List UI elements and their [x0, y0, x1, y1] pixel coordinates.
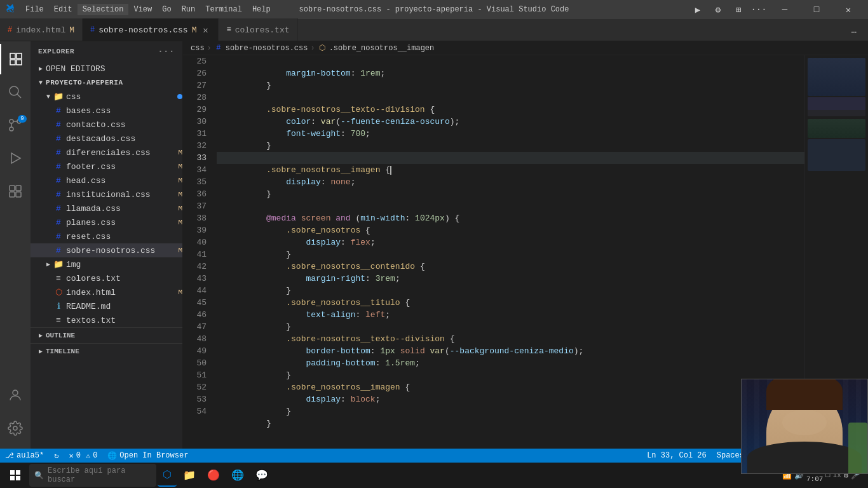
search-taskbar-label: Escribe aquí para buscar [48, 466, 151, 484]
warning-icon: ⚠ [86, 451, 90, 461]
file-label: planes.css [66, 218, 175, 227]
menu-selection[interactable]: Selection [78, 4, 129, 15]
error-icon: ✕ [69, 451, 73, 461]
more-actions[interactable]: ··· [750, 1, 768, 18]
modified-badge: M [178, 247, 182, 254]
line-num-28: 28 [186, 92, 207, 104]
line-num-46: 46 [186, 309, 207, 321]
search-taskbar-icon: 🔍 [34, 471, 44, 480]
css-folder[interactable]: ▼ 📁 css [31, 90, 182, 104]
settings-icon[interactable] [0, 413, 31, 444]
file-index-html[interactable]: ▶ ⬡ index.html M [31, 285, 182, 299]
sync-status[interactable]: ↻ [49, 449, 64, 463]
layout-button[interactable]: ⊞ [729, 1, 747, 18]
outline-header[interactable]: ▶ OUTLINE [31, 328, 182, 343]
open-editors-arrow: ▶ [36, 64, 46, 74]
file-textos-txt[interactable]: ▶ ≡ textos.txt [31, 313, 182, 327]
breadcrumb: css › # sobre-nosotros.css › ⬡ .sobre_no… [183, 41, 868, 55]
menu-edit[interactable]: Edit [49, 4, 78, 15]
extensions-icon[interactable] [0, 176, 31, 207]
tab-index-html[interactable]: # index.html M [0, 18, 83, 41]
taskbar-app-1[interactable]: 📁 [178, 464, 201, 487]
img-folder-label: img [66, 260, 182, 269]
line-num-36: 36 [186, 188, 207, 200]
css-file-icon: # [53, 203, 64, 214]
line-num-34: 34 [186, 164, 207, 176]
code-line-51: .sobre_nosotros__imagen { [217, 369, 804, 381]
debug-button[interactable]: ⚙ [709, 1, 727, 18]
svg-rect-8 [10, 192, 15, 197]
file-colores-txt[interactable]: ▶ ≡ colores.txt [31, 271, 182, 285]
git-branch-status[interactable]: ⎇ aula5* [0, 449, 49, 463]
breadcrumb-selector[interactable]: .sobre_nosotros__imagen [329, 44, 435, 53]
line-num-44: 44 [186, 285, 207, 297]
source-control-icon[interactable]: 9 [0, 110, 31, 140]
menu-bar[interactable]: File Edit Selection View Go Run Terminal… [20, 4, 276, 15]
file-head-css[interactable]: # head.css M [31, 173, 182, 187]
taskbar-app-4[interactable]: 💬 [250, 464, 273, 487]
code-line-44: .sobre_nosotros__titulo { [217, 285, 804, 297]
taskbar-vscode[interactable]: ⬡ [158, 464, 177, 487]
app2-icon: 🔴 [207, 469, 220, 482]
tab-colores-txt[interactable]: ≡ colores.txt [219, 18, 297, 41]
errors-status[interactable]: ✕ 0 ⚠ 0 [64, 449, 102, 463]
split-editor-button[interactable]: ⋯ [845, 23, 863, 41]
minimize-button[interactable]: ─ [770, 0, 799, 19]
close-button[interactable]: ✕ [834, 0, 863, 19]
status-bar: ⎇ aula5* ↻ ✕ 0 ⚠ 0 🌐 Open In Browser Ln … [0, 449, 868, 463]
tab-label: colores.txt [235, 25, 290, 35]
tab-close-button[interactable]: ✕ [200, 25, 210, 35]
file-llamada-css[interactable]: # llamada.css M [31, 201, 182, 215]
taskbar-app-3[interactable]: 🌐 [226, 464, 249, 487]
selector-icon: ⬡ [318, 44, 327, 53]
window-controls: ▶ ⚙ ⊞ ··· ─ □ ✕ [689, 0, 863, 19]
file-bases-css[interactable]: # bases.css [31, 104, 182, 118]
windows-start-button[interactable] [3, 463, 28, 488]
breadcrumb-css[interactable]: css [191, 44, 205, 53]
new-file-icon[interactable]: ··· [158, 46, 175, 57]
timeline-header[interactable]: ▶ TIMELINE [31, 344, 182, 359]
open-in-browser[interactable]: 🌐 Open In Browser [102, 449, 193, 463]
webcam-overlay [741, 379, 868, 474]
project-root[interactable]: ▼ PROYECTO-APEPERIA [31, 76, 182, 90]
explorer-icon[interactable] [0, 44, 31, 74]
code-content[interactable]: margin-bottom: 1rem; } .sobre-nosotros__… [212, 55, 804, 449]
run-debug-icon[interactable] [0, 143, 31, 173]
clock-date: 7:07 [806, 475, 823, 483]
menu-go[interactable]: Go [157, 4, 176, 15]
maximize-button[interactable]: □ [802, 0, 831, 19]
menu-run[interactable]: Run [177, 4, 201, 15]
folder-icon: 📁 [53, 92, 64, 102]
taskbar-app-2[interactable]: 🔴 [202, 464, 225, 487]
file-contacto-css[interactable]: # contacto.css [31, 118, 182, 132]
menu-help[interactable]: Help [247, 4, 276, 15]
file-planes-css[interactable]: # planes.css M [31, 215, 182, 229]
menu-terminal[interactable]: Terminal [200, 4, 247, 15]
cursor-pos-label: Ln 33, Col 26 [647, 451, 707, 460]
open-browser-label: Open In Browser [119, 451, 188, 460]
file-diferenciales-css[interactable]: # diferenciales.css M [31, 146, 182, 159]
code-line-41: .sobre_nosotros__contenido { [217, 248, 804, 261]
taskbar-search[interactable]: 🔍 Escribe aquí para buscar [29, 464, 156, 487]
html-file-icon: # [8, 25, 12, 34]
css-file-icon: # [53, 119, 64, 130]
file-reset-css[interactable]: # reset.css [31, 229, 182, 243]
file-institucional-css[interactable]: # institucional.css M [31, 187, 182, 201]
accounts-icon[interactable] [0, 380, 31, 410]
menu-file[interactable]: File [20, 4, 49, 15]
file-destacados-css[interactable]: # destacados.css [31, 132, 182, 146]
taskbar: 🔍 Escribe aquí para buscar ⬡ 📁 🔴 🌐 💬 📶 🔊… [0, 463, 868, 488]
img-folder[interactable]: ▶ 📁 img [31, 257, 182, 271]
line-num-49: 49 [186, 345, 207, 357]
file-sobre-nosotros-css[interactable]: # sobre-nosotros.css M [31, 243, 182, 257]
menu-view[interactable]: View [128, 4, 157, 15]
status-bar-left: ⎇ aula5* ↻ ✕ 0 ⚠ 0 🌐 Open In Browser [0, 449, 193, 463]
file-readme-md[interactable]: ▶ ℹ README.md [31, 299, 182, 313]
file-footer-css[interactable]: # footer.css M [31, 159, 182, 173]
run-button[interactable]: ▶ [689, 1, 707, 18]
tab-sobre-nosotros-css[interactable]: # sobre-nosotros.css M ✕ [83, 18, 219, 41]
cursor-position[interactable]: Ln 33, Col 26 [642, 449, 712, 463]
open-editors-section[interactable]: ▶ OPEN EDITORS [31, 62, 182, 76]
search-icon[interactable] [0, 77, 31, 107]
breadcrumb-filename[interactable]: sobre-nosotros.css [226, 44, 308, 53]
